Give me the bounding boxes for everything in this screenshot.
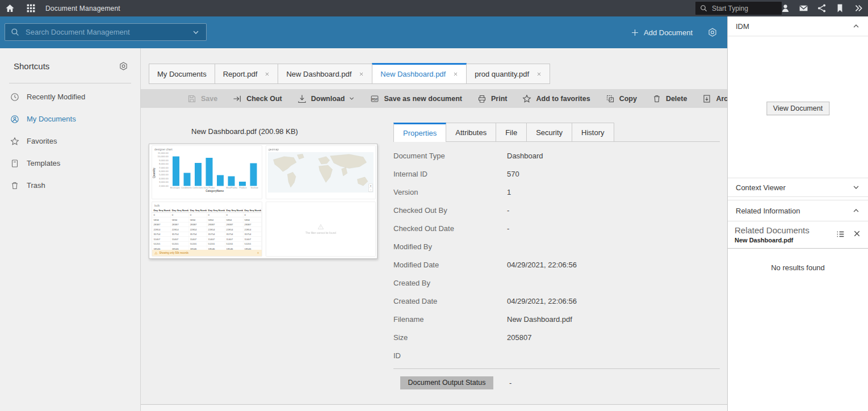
- sidebar-item-trash[interactable]: Trash: [0, 174, 140, 196]
- bulk-cell: 51201: [225, 241, 243, 246]
- sidebar-item-my-documents[interactable]: My Documents: [0, 108, 140, 130]
- bulk-cell: 0: [207, 212, 225, 217]
- toolbar-button-label: Save as new document: [384, 95, 462, 103]
- topbar-icon-group: [781, 0, 868, 16]
- properties-tab-security[interactable]: Security: [526, 123, 572, 141]
- close-icon[interactable]: [257, 251, 259, 254]
- main-content: My DocumentsReport.pdfNew Dashboard.pdfN…: [141, 48, 727, 411]
- bulk-column-header: Day Seq Numb...: [153, 208, 171, 212]
- settings-icon[interactable]: [707, 27, 718, 37]
- document-preview[interactable]: designer chart Quantity 11,000.0010,000.…: [149, 144, 378, 259]
- bulk-cell: 5834: [188, 217, 207, 223]
- doc-tab-new-dashboard-pdf[interactable]: New Dashboard.pdf: [278, 64, 372, 84]
- copy-button[interactable]: Copy: [606, 94, 637, 103]
- sidebar-item-label: Favorites: [27, 137, 57, 145]
- xtick-label: [215, 187, 226, 189]
- properties-panel: PropertiesAttributesFileSecurityHistory …: [393, 122, 720, 395]
- download-icon: [297, 94, 307, 103]
- sidebar-item-favorites[interactable]: Favorites: [0, 130, 140, 152]
- section-title: IDM: [736, 22, 749, 31]
- list-menu-icon[interactable]: [836, 229, 845, 239]
- mail-icon[interactable]: [799, 3, 808, 13]
- save-button[interactable]: Save: [187, 94, 217, 103]
- section-header-idm[interactable]: IDM: [728, 16, 868, 36]
- field-value: 04/29/2021, 22:06:56: [507, 297, 577, 305]
- table-row: 357543575435754357543575435754: [153, 232, 262, 237]
- section-header-related-information[interactable]: Related Information: [728, 200, 868, 221]
- user-icon[interactable]: [781, 3, 790, 13]
- close-icon[interactable]: [359, 72, 364, 77]
- bar: [195, 163, 202, 186]
- bulk-cell: 35754: [153, 232, 171, 237]
- related-documents-subtitle: New Dashboard.pdf: [735, 237, 793, 244]
- close-icon[interactable]: [536, 72, 542, 77]
- toolbar-button-label: Add to favorites: [536, 95, 590, 103]
- toolbar-button-label: Download: [311, 95, 345, 103]
- doc-tab-prod-quantity-pdf[interactable]: prod quantity.pdf: [466, 64, 550, 84]
- add-to-favorites-button[interactable]: Add to favorites: [522, 94, 590, 103]
- property-row-created-date: Created Date04/29/2021, 22:06:56: [393, 292, 720, 310]
- property-row-version: Version1: [393, 183, 720, 201]
- field-value: 205807: [507, 333, 531, 342]
- ytick-label: 3,000.00: [159, 181, 169, 183]
- field-label: Checked Out Date: [393, 224, 507, 233]
- close-icon[interactable]: [265, 72, 270, 77]
- chevron-down-icon[interactable]: [192, 28, 200, 36]
- shortcuts-title: Shortcuts: [14, 61, 49, 71]
- close-icon[interactable]: [453, 72, 458, 77]
- zoom-out-button[interactable]: -: [369, 188, 373, 192]
- template-icon: [10, 159, 19, 168]
- field-value: -: [507, 206, 509, 215]
- doc-tab-label: prod quantity.pdf: [475, 70, 529, 78]
- sidebar-item-recently-modified[interactable]: Recently Modified: [0, 86, 140, 108]
- bookmark-icon[interactable]: [835, 3, 845, 13]
- zoom-in-button[interactable]: +: [369, 184, 373, 188]
- properties-tab-history[interactable]: History: [572, 123, 614, 141]
- field-value: 570: [507, 170, 519, 178]
- download-button[interactable]: Download: [297, 94, 355, 103]
- document-output-status-button[interactable]: Document Output Status: [400, 376, 493, 389]
- bulk-cell: 51201: [188, 241, 207, 246]
- doc-tab-new-dashboard-pdf[interactable]: New Dashboard.pdf: [372, 63, 467, 84]
- table-row: 000000: [153, 212, 262, 217]
- preview-geomap-panel: geomap + -: [266, 146, 376, 199]
- sidebar-item-templates[interactable]: Templates: [0, 152, 140, 174]
- app-grid-icon[interactable]: [26, 3, 36, 13]
- delete-button[interactable]: Delete: [652, 94, 687, 103]
- field-label: Size: [393, 333, 507, 342]
- global-search-box[interactable]: [695, 2, 782, 15]
- close-icon[interactable]: [853, 229, 861, 238]
- add-document-button[interactable]: Add Document: [631, 28, 693, 37]
- field-label: Created By: [393, 279, 507, 287]
- doc-tab-my-documents[interactable]: My Documents: [149, 64, 215, 84]
- print-button[interactable]: Print: [477, 94, 507, 103]
- bulk-cell: 51201: [153, 241, 171, 246]
- properties-tab-attributes[interactable]: Attributes: [446, 123, 496, 141]
- user-circle-icon: [10, 115, 19, 124]
- chart-ylabel: Quantity: [153, 167, 156, 178]
- map-zoom-controls: + -: [368, 184, 373, 192]
- table-row: 114071140711407114071140711407: [153, 237, 262, 242]
- doc-tab-label: My Documents: [157, 70, 207, 78]
- section-header-context-viewer[interactable]: Context Viewer: [728, 178, 868, 197]
- view-document-button[interactable]: View Document: [766, 102, 829, 115]
- bulk-cell: 51201: [243, 241, 261, 246]
- bar: [206, 158, 213, 186]
- doc-tab-report-pdf[interactable]: Report.pdf: [215, 64, 279, 84]
- home-icon[interactable]: [5, 3, 15, 13]
- properties-tab-properties[interactable]: Properties: [393, 123, 446, 142]
- expand-icon[interactable]: [853, 3, 863, 13]
- share-icon[interactable]: [817, 3, 827, 13]
- field-label: Internal ID: [393, 170, 507, 178]
- field-label: Document Type: [393, 152, 507, 160]
- check-out-button[interactable]: Check Out: [233, 94, 282, 103]
- gear-icon[interactable]: [119, 61, 128, 71]
- bulk-cell: 11407: [188, 237, 207, 242]
- save-as-new-document-button[interactable]: PDFSave as new document: [370, 94, 462, 103]
- global-search-input[interactable]: [711, 4, 777, 13]
- properties-tab-file[interactable]: File: [496, 123, 527, 141]
- document-search-input[interactable]: [24, 27, 192, 37]
- document-search-box[interactable]: [5, 23, 207, 41]
- property-row-size: Size205807: [393, 328, 720, 346]
- preview-page: designer chart Quantity 11,000.0010,000.…: [149, 144, 378, 259]
